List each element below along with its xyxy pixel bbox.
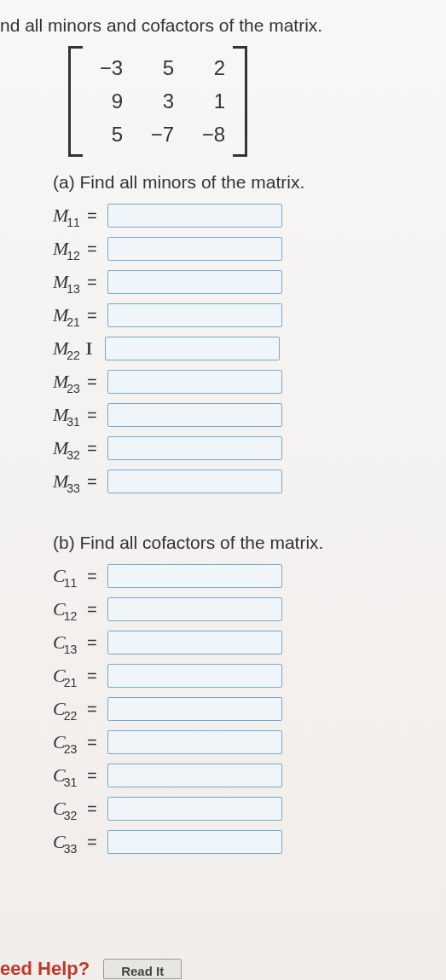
input-row: M31=: [53, 401, 446, 429]
variable-label: C31: [53, 766, 84, 785]
minor-22-input[interactable]: [105, 337, 280, 360]
input-row: C31=: [53, 761, 446, 790]
variable-label: C12: [53, 600, 84, 619]
minors-input-group: M11=M12=M13=M21=M22IM23=M31=M32=M33=: [53, 201, 446, 496]
minor-23-input[interactable]: [107, 370, 282, 394]
equals-sign: =: [87, 472, 101, 492]
input-row: C21=: [53, 661, 446, 690]
matrix-cell: −8: [193, 123, 225, 147]
section-b-label: (b) Find all cofactors of the matrix.: [53, 533, 446, 553]
variable-label: M11: [53, 206, 84, 225]
variable-label: C21: [53, 666, 84, 685]
input-row: C12=: [53, 595, 446, 624]
variable-label: M31: [53, 406, 84, 424]
subscript: 32: [67, 448, 80, 462]
bracket-left-icon: [68, 46, 80, 157]
subscript: 13: [64, 643, 78, 656]
matrix-display: −3 5 2 9 3 1 5 −7 −8: [68, 46, 446, 157]
cofactor-12-input[interactable]: [107, 597, 282, 621]
equals-sign: =: [87, 600, 101, 620]
section-a-label: (a) Find all minors of the matrix.: [53, 172, 446, 193]
subscript: 33: [67, 481, 80, 495]
matrix-cell: −3: [90, 56, 123, 80]
cofactor-13-input[interactable]: [107, 631, 282, 654]
variable-label: M21: [53, 306, 84, 325]
minor-32-input[interactable]: [107, 436, 282, 460]
minor-11-input[interactable]: [107, 204, 282, 228]
subscript: 23: [67, 382, 80, 395]
equals-sign: =: [87, 633, 101, 653]
variable-label: M12: [53, 239, 84, 258]
equals-sign: =: [87, 766, 101, 786]
subscript: 11: [64, 576, 78, 590]
input-row: C32=: [53, 794, 446, 823]
input-row: C13=: [53, 628, 446, 657]
matrix-cell: −7: [142, 123, 174, 147]
subscript: 31: [67, 415, 80, 429]
minor-13-input[interactable]: [107, 270, 282, 294]
variable-label: C23: [53, 733, 84, 752]
variable-label: C11: [53, 567, 84, 585]
subscript: 12: [67, 249, 80, 262]
subscript: 21: [67, 315, 80, 329]
equals-sign: =: [87, 666, 101, 686]
variable-label: M23: [53, 372, 84, 391]
input-row: M11=: [53, 201, 446, 230]
matrix-cell: 2: [193, 56, 225, 80]
equals-sign: =: [87, 833, 101, 852]
need-help-link[interactable]: eed Help?: [0, 958, 90, 980]
minor-31-input[interactable]: [107, 403, 282, 427]
read-it-button[interactable]: Read It: [103, 959, 182, 979]
input-row: C33=: [53, 827, 446, 856]
cofactor-21-input[interactable]: [107, 664, 282, 688]
variable-label: M32: [53, 439, 84, 458]
minor-12-input[interactable]: [107, 237, 282, 261]
equals-sign: =: [87, 273, 101, 292]
input-row: M21=: [53, 301, 446, 330]
input-row: M12=: [53, 234, 446, 263]
text-cursor-icon: I: [86, 339, 100, 359]
matrix-cell: 3: [142, 89, 174, 113]
cofactor-31-input[interactable]: [107, 764, 282, 787]
variable-label: C32: [53, 799, 84, 818]
subscript: 32: [64, 809, 78, 822]
equals-sign: =: [87, 700, 101, 719]
subscript: 13: [67, 282, 80, 296]
cofactor-33-input[interactable]: [107, 830, 282, 854]
subscript: 21: [64, 676, 78, 689]
cofactors-input-group: C11=C12=C13=C21=C22=C23=C31=C32=C33=: [53, 562, 446, 856]
input-row: M13=: [53, 268, 446, 297]
cofactor-22-input[interactable]: [107, 697, 282, 721]
matrix-cell: 5: [142, 56, 174, 80]
equals-sign: =: [87, 239, 101, 259]
equals-sign: =: [87, 206, 101, 226]
variable-label: M33: [53, 472, 84, 491]
variable-label: C22: [53, 700, 84, 718]
input-row: M33=: [53, 467, 446, 496]
input-row: M32=: [53, 434, 446, 463]
subscript: 22: [67, 349, 80, 362]
cofactor-11-input[interactable]: [107, 564, 282, 588]
problem-prompt: nd all minors and cofactors of the matri…: [0, 15, 446, 36]
minor-33-input[interactable]: [107, 470, 282, 493]
subscript: 33: [64, 842, 78, 856]
equals-sign: =: [87, 733, 101, 752]
footer: eed Help? Read It: [0, 958, 446, 980]
subscript: 12: [64, 609, 78, 623]
equals-sign: =: [87, 439, 101, 458]
variable-label: M22: [53, 339, 84, 358]
equals-sign: =: [87, 799, 101, 819]
cofactor-32-input[interactable]: [107, 797, 282, 821]
input-row: M22I: [53, 334, 446, 363]
variable-label: M13: [53, 273, 84, 291]
cofactor-23-input[interactable]: [107, 730, 282, 754]
subscript: 23: [64, 742, 78, 756]
input-row: C11=: [53, 562, 446, 591]
matrix-cell: 1: [193, 89, 225, 113]
input-row: C23=: [53, 728, 446, 757]
subscript: 31: [64, 775, 78, 789]
input-row: M23=: [53, 367, 446, 396]
equals-sign: =: [87, 567, 101, 586]
equals-sign: =: [87, 372, 101, 392]
minor-21-input[interactable]: [107, 303, 282, 327]
